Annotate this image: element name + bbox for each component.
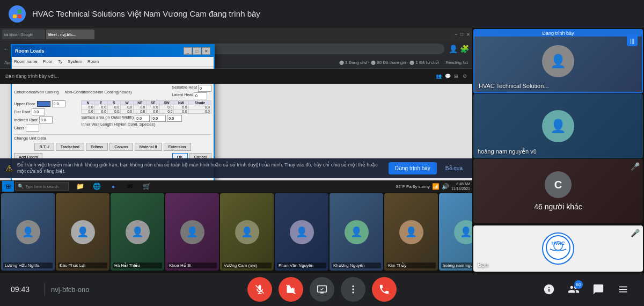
task-file-explorer[interactable]: 📁 <box>72 181 88 192</box>
task-chrome[interactable]: ● <box>105 181 121 192</box>
bottom-bar: 09:43 nvj-bfcb-ono <box>0 273 644 306</box>
sensible-input[interactable] <box>198 85 211 92</box>
walls-table-section: NESWNESESWNWShade 0.00.00.00.00.00.00.00… <box>81 100 211 133</box>
inclinedroof-input[interactable] <box>39 116 53 123</box>
presenting-bar: Bạn đang trình bày với... 👥 💬 ⊞ ⚙ <box>0 69 472 84</box>
thumb-kim-thuy[interactable]: 👤 Kim Thủy <box>384 193 438 271</box>
tab-1-label[interactable]: tai khoan Google <box>4 33 33 37</box>
warning-notification: ⚠ Để tránh việc truyền màn hình không gi… <box>0 158 472 178</box>
people-btn[interactable]: 60 <box>564 279 584 300</box>
meeting-time: 09:43 <box>11 285 38 294</box>
floor-row: Upper Floor Flat Roof <box>14 100 211 133</box>
btn-material[interactable]: Material ff <box>135 143 162 151</box>
btn-tradsched[interactable]: Tradsched <box>56 143 84 151</box>
thumb-luong-huu-nghia[interactable]: 👤 Lương Hữu Nghĩa <box>1 193 55 271</box>
flatroof-input[interactable] <box>32 108 45 115</box>
thumb-name-9: hoàng nam nguyễ... <box>441 263 472 268</box>
icon-grid[interactable]: ⊞ <box>454 74 458 79</box>
featured-videos: 👤 Đang trình bày HVAC Technical Solution… <box>472 28 644 224</box>
hvac-logo: HVAC <box>542 232 574 265</box>
weather-info: 82°F Partly sunny <box>396 184 430 189</box>
bottom-left: 09:43 nvj-bfcb-ono <box>11 283 90 296</box>
glass-input[interactable] <box>26 125 39 132</box>
back-btn[interactable]: ← <box>3 45 10 53</box>
thumb-name-4: Khoa Hồ Si <box>167 263 217 268</box>
walls-table: NESWNESESWNWShade 0.00.00.00.00.00.00.00… <box>81 100 211 114</box>
end-call-btn[interactable] <box>372 277 397 302</box>
sound-icon: 🔊 <box>442 183 449 190</box>
surfacearea3[interactable] <box>167 115 182 122</box>
app-logo <box>9 5 26 23</box>
svg-point-12 <box>352 292 354 293</box>
task-store[interactable]: 🛒 <box>138 181 155 192</box>
btn-btu[interactable]: B.T.U <box>34 143 54 151</box>
extensions-icon[interactable]: 🧩 <box>460 45 469 53</box>
thumb-vuong-cam[interactable]: 👤 Vương Cam (me) <box>220 193 274 271</box>
chat-btn[interactable] <box>588 279 609 300</box>
win-maximize[interactable]: □ <box>460 32 463 37</box>
upper-floor-val[interactable] <box>52 100 65 107</box>
meet-status: ⬤ 3 Đang chờ · ⬤ 80 Đã tham gia · ⬤ 1 Đã… <box>339 60 440 65</box>
surfacearea2[interactable] <box>151 115 166 122</box>
svg-point-10 <box>352 286 354 287</box>
self-label: Bạn <box>478 261 488 268</box>
svg-rect-2 <box>13 14 17 18</box>
icon-people[interactable]: 👥 <box>436 74 442 79</box>
change-unit-row: Change Unit Data <box>14 134 211 141</box>
warning-cancel-btn[interactable]: Bỏ qua <box>441 162 467 174</box>
btn-edhrss[interactable]: Edhrss <box>86 143 108 151</box>
area-row: Surface area (in Outer Width) <box>81 115 211 122</box>
mic-btn[interactable] <box>247 277 272 302</box>
camera-btn[interactable] <box>279 277 303 302</box>
screen-plus-participants: tai khoan Google Meet - nvj-bfc... − □ ✕ <box>0 28 472 273</box>
thumb-phan-van-nguyen[interactable]: 👤 Phan Văn Nguyên <box>275 193 328 271</box>
self-mic-icon: 🎤 <box>631 229 640 237</box>
featured-46-others[interactable]: C 46 người khác 🎤 <box>473 159 643 223</box>
reading-list[interactable]: Reading list <box>445 60 468 65</box>
simulated-screen: tai khoan Google Meet - nvj-bfc... − □ ✕ <box>0 28 472 192</box>
featured-presenter[interactable]: 👤 Đang trình bày HVAC Technical Solution… <box>473 29 643 93</box>
win-close[interactable]: ✕ <box>466 32 470 37</box>
thumb-name-1: Lương Hữu Nghĩa <box>3 263 53 268</box>
thumb-ha-hai-thieu[interactable]: 👤 Hà Hải Thiếu <box>111 193 164 271</box>
icon-settings-sm[interactable]: ⚙ <box>463 74 467 79</box>
thumb-hoang-nam[interactable]: 👤 hoàng nam nguyễ... <box>439 193 472 271</box>
warning-icon: ⚠ <box>5 163 13 173</box>
self-video-content: HVAC <box>473 225 643 272</box>
task-mail[interactable]: ✉ <box>122 181 138 192</box>
btn-canvas[interactable]: Canvas <box>109 143 133 151</box>
thumb-dao-thuc-loi[interactable]: 👤 Đào Thúc Lợi <box>56 193 109 271</box>
win-minimize[interactable]: − <box>455 32 457 37</box>
stop-presenting-btn[interactable]: Dừng trình bày <box>389 162 437 174</box>
main-content: tai khoan Google Meet - nvj-bfc... − □ ✕ <box>0 28 644 273</box>
floor-section: Upper Floor Flat Roof <box>14 100 79 133</box>
more-options-btn[interactable] <box>341 277 365 302</box>
tab-2-label[interactable]: Meet - nvj-bfc... <box>48 33 76 37</box>
cooling-row: Conditioned/Non Cooling Non-Conditioned/… <box>14 85 211 99</box>
present-btn[interactable] <box>310 277 334 302</box>
self-video: HVAC Bạn 🎤 <box>473 225 643 272</box>
meeting-id: nvj-bfcb-ono <box>51 286 90 294</box>
hvac-action-buttons: B.T.U Tradsched Edhrss Canvas Material f… <box>14 143 211 151</box>
task-edge[interactable]: 🌐 <box>89 181 105 192</box>
info-btn[interactable] <box>539 279 559 300</box>
participants-strip: 👤 Lương Hữu Nghĩa 👤 Đào Thúc Lợi 👤 <box>0 192 472 273</box>
win-clock: 6:45 AM 11/16/2021 <box>451 181 470 191</box>
thumb-name-3: Hà Hải Thiếu <box>113 263 162 268</box>
activities-btn[interactable] <box>613 279 633 300</box>
start-btn[interactable]: ⊞ <box>2 181 14 192</box>
bottom-divider <box>44 283 45 296</box>
latent-input[interactable] <box>194 92 207 99</box>
win-browser-tabs: tai khoan Google Meet - nvj-bfc... − □ ✕ <box>0 28 472 41</box>
thumb-avatar-7: 👤 <box>345 220 369 244</box>
thumb-khuong-nguyen[interactable]: 👤 Khương Nguyên <box>330 193 383 271</box>
surfacearea-input[interactable] <box>135 115 150 122</box>
featured-hoang-nam[interactable]: 👤 hoàng nam nguyễn vũ <box>473 94 643 158</box>
thumb-khoa-ho-si[interactable]: 👤 Khoa Hồ Si <box>165 193 219 271</box>
thumb-avatar-9: 👤 <box>454 220 473 244</box>
hoang-nam-avatar: 👤 <box>542 110 574 142</box>
icon-chat[interactable]: 💬 <box>445 74 451 79</box>
btn-extension[interactable]: Extension <box>164 143 191 151</box>
profile-icon[interactable]: 👤 <box>449 45 458 53</box>
search-bar[interactable]: 🔍 Type here to search <box>15 182 69 191</box>
